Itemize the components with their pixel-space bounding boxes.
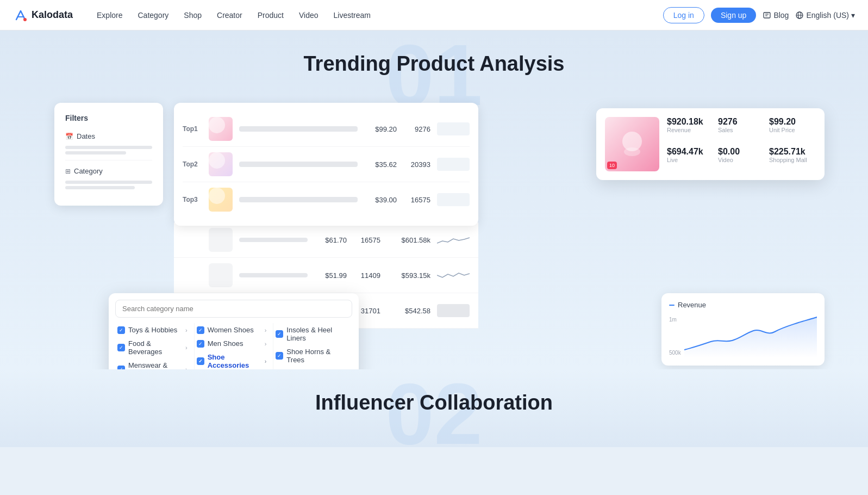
checkbox-food[interactable] [117, 344, 125, 351]
chevron-right-icon: › [265, 358, 267, 364]
list-item[interactable]: Women Shoes › [195, 323, 269, 337]
stat-sales: 9276 Sales [718, 117, 765, 141]
checkbox-shoe-horns[interactable] [276, 352, 283, 360]
y-label-500k: 500k [669, 350, 681, 356]
nav-livestream[interactable]: Livestream [327, 8, 377, 23]
signup-button[interactable]: Sign up [711, 8, 756, 23]
extra-revenue: $542.58 [387, 307, 430, 315]
table-row: $51.99 11409 $593.15k [174, 258, 478, 293]
blog-icon [763, 11, 771, 20]
logo[interactable]: Kalodata [13, 8, 73, 23]
navbar-links: Explore Category Shop Creator Product Vi… [90, 8, 663, 23]
svg-rect-1 [764, 13, 770, 18]
legend-dot [669, 305, 675, 306]
category-filter[interactable]: ⊞ Category [65, 165, 152, 189]
product-thumb-2 [209, 152, 233, 176]
stat-value: $920.18k [667, 117, 714, 127]
svg-point-0 [23, 18, 27, 21]
product-name-bar [239, 126, 358, 132]
list-item[interactable]: Insoles & Heel Liners [273, 323, 348, 345]
stat-revenue: $920.18k Revenue [667, 117, 714, 141]
stat-value: 9276 [718, 117, 765, 127]
product-detail-stats: $920.18k Revenue 9276 Sales $99.20 Unit … [667, 117, 816, 171]
stat-label: Video [718, 157, 765, 163]
logo-icon [13, 8, 28, 23]
list-item[interactable]: Menswear & Underwear › [115, 358, 190, 369]
stat-value: $225.71k [769, 147, 816, 157]
product-name-bar [239, 197, 358, 202]
category-search-input[interactable] [115, 300, 352, 318]
navbar: Kalodata Explore Category Shop Creator P… [0, 0, 868, 30]
table-row: Top1 $99.20 9276 [183, 112, 470, 147]
table-sales: 20393 [403, 160, 430, 169]
category-col-1: Toys & Hobbies › Food & Beverages › Mens… [115, 323, 195, 369]
product-name-bar [239, 162, 358, 167]
product-thumb-3 [209, 188, 233, 212]
table-sales: 16575 [403, 196, 430, 204]
nav-creator[interactable]: Creator [210, 8, 249, 23]
sparkline-icon [437, 269, 470, 282]
stat-unit-price: $99.20 Unit Price [769, 117, 816, 141]
table-price: $39.00 [364, 196, 397, 204]
stat-label: Live [667, 157, 714, 163]
extra-revenue: $601.58k [387, 236, 430, 244]
chevron-right-icon: › [185, 327, 188, 333]
sparkline-icon [437, 233, 470, 246]
stat-label: Unit Price [769, 127, 816, 133]
checkbox-toys[interactable] [117, 326, 125, 334]
list-item[interactable]: Men Shoes › [195, 337, 269, 350]
hero-section: 01 Trending Product Analysis Filters 📅 D… [0, 30, 868, 369]
extra-price: $61.70 [314, 236, 347, 244]
logo-text: Kalodata [32, 9, 73, 21]
login-button[interactable]: Log in [663, 7, 704, 23]
chart-legend-label: Revenue [678, 301, 706, 309]
globe-icon [795, 11, 804, 20]
nav-category[interactable]: Category [132, 8, 176, 23]
table-row: Top2 $35.62 20393 [183, 147, 470, 182]
nav-shop[interactable]: Shop [177, 8, 208, 23]
extra-sales: 11409 [353, 271, 380, 280]
second-title: Influencer Collaboration [0, 391, 868, 414]
blog-link[interactable]: Blog [763, 11, 789, 20]
filters-title: Filters [65, 114, 152, 122]
checkbox-insoles[interactable] [276, 330, 283, 338]
stat-value: $99.20 [769, 117, 816, 127]
table-panel: Top1 $99.20 9276 Top2 $35.62 20393 [174, 103, 478, 226]
checkbox-women-shoes[interactable] [197, 326, 204, 334]
stat-live: $694.47k Live [667, 147, 714, 171]
chevron-down-icon: ▾ [851, 11, 855, 20]
chevron-right-icon: › [185, 366, 188, 369]
stat-video: $0.00 Video [718, 147, 765, 171]
checkbox-mens[interactable] [117, 366, 125, 369]
nav-video[interactable]: Video [292, 8, 325, 23]
dates-filter[interactable]: 📅 Dates [65, 130, 152, 154]
nav-explore[interactable]: Explore [90, 8, 129, 23]
chevron-right-icon: › [265, 327, 267, 333]
chevron-right-icon: › [185, 344, 188, 351]
navbar-right: Log in Sign up Blog English (US) ▾ [663, 7, 855, 23]
list-item[interactable]: Food & Beverages › [115, 337, 190, 358]
category-dropdown: Toys & Hobbies › Food & Beverages › Mens… [109, 293, 359, 369]
hero-title: Trending Product Analysis [0, 52, 868, 76]
rank-label: Top1 [183, 125, 202, 133]
stat-value: $694.47k [667, 147, 714, 157]
revenue-chart-card: Revenue 1m 500k [661, 293, 825, 366]
filters-panel: Filters 📅 Dates ⊞ Category [54, 103, 163, 206]
svg-point-8 [624, 147, 640, 156]
extra-price: $51.99 [314, 271, 347, 280]
table-row: $61.70 16575 $601.58k [174, 222, 478, 258]
category-col-2: Women Shoes › Men Shoes › Shoe Accessori… [195, 323, 274, 369]
language-selector[interactable]: English (US) ▾ [795, 11, 855, 20]
y-label-1m: 1m [669, 317, 681, 323]
demo-area: Filters 📅 Dates ⊞ Category [0, 97, 868, 337]
checkbox-men-shoes[interactable] [197, 340, 204, 348]
table-price: $35.62 [364, 160, 397, 169]
list-item[interactable]: Toys & Hobbies › [115, 323, 190, 337]
product-image [616, 128, 648, 160]
list-item[interactable]: Shoe Accessories › [195, 350, 269, 369]
list-item[interactable]: Shoe Horns & Trees [273, 345, 348, 367]
product-thumb-1 [209, 117, 233, 141]
checkbox-shoe-acc[interactable] [197, 357, 204, 365]
list-item[interactable]: Shoelaces [273, 367, 348, 369]
nav-product[interactable]: Product [251, 8, 290, 23]
